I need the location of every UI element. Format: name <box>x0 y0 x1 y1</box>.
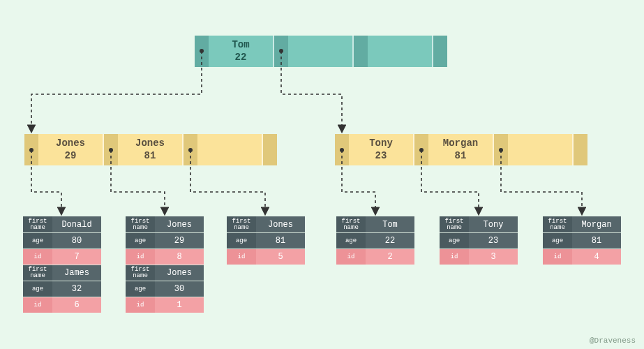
credit-text: @Draveness <box>590 336 636 345</box>
pointer-slot <box>494 134 508 165</box>
btree-internal-node-left: Jones29 Jones81 <box>24 134 277 165</box>
pointer-slot <box>433 36 447 67</box>
leaf-group-1: first nameJones age29 id8 first nameJone… <box>126 216 204 313</box>
label-first-name: first name <box>440 216 469 232</box>
leaf-group-2: first nameJones age81 id5 <box>227 216 305 265</box>
label-age: age <box>227 233 256 248</box>
pointer-slot <box>574 134 587 165</box>
leaf-group-5: first nameMorgan age81 id4 <box>543 216 621 265</box>
label-id: id <box>23 297 52 313</box>
label-first-name: first name <box>23 216 52 232</box>
value-first-name: Tony <box>469 216 518 232</box>
pointer-slot <box>263 134 277 165</box>
pointer-slot <box>354 36 368 67</box>
empty-key <box>368 36 432 67</box>
value-id: 1 <box>155 297 204 313</box>
value-age: 80 <box>52 233 101 248</box>
label-id: id <box>227 249 256 265</box>
key-cell: Tom22 <box>209 36 273 67</box>
key-name: Tony <box>369 138 393 150</box>
leaf-group-3: first nameTom age22 id2 <box>336 216 414 265</box>
label-id: id <box>336 249 366 265</box>
pointer-slot <box>414 134 428 165</box>
pointer-slot <box>335 134 349 165</box>
value-first-name: Donald <box>52 216 101 232</box>
value-id: 4 <box>572 249 621 265</box>
label-id: id <box>126 297 155 313</box>
value-id: 6 <box>52 297 101 313</box>
label-id: id <box>440 249 469 265</box>
value-first-name: Morgan <box>572 216 621 232</box>
value-id: 5 <box>256 249 305 265</box>
label-id: id <box>23 249 52 265</box>
value-age: 22 <box>366 233 414 248</box>
value-first-name: Jones <box>155 216 204 232</box>
label-first-name: first name <box>336 216 366 232</box>
key-cell: Tony23 <box>349 134 413 165</box>
value-age: 23 <box>469 233 518 248</box>
key-name: Tom <box>232 39 249 52</box>
key-name: Morgan <box>443 138 478 150</box>
btree-root-node: Tom22 <box>195 36 447 67</box>
leaf-group-4: first nameTony age23 id3 <box>440 216 518 265</box>
label-age: age <box>23 281 52 297</box>
key-value: 22 <box>235 52 247 64</box>
label-first-name: first name <box>126 265 155 281</box>
key-value: 81 <box>455 150 467 163</box>
value-age: 32 <box>52 281 101 297</box>
key-cell: Jones29 <box>38 134 103 165</box>
label-age: age <box>543 233 572 248</box>
label-age: age <box>336 233 366 248</box>
value-first-name: Tom <box>366 216 414 232</box>
label-id: id <box>126 249 155 265</box>
value-age: 81 <box>256 233 305 248</box>
value-first-name: Jones <box>256 216 305 232</box>
label-first-name: first name <box>543 216 572 232</box>
label-age: age <box>126 233 155 248</box>
label-age: age <box>126 281 155 297</box>
value-first-name: Jones <box>155 265 204 281</box>
pointer-slot <box>274 36 288 67</box>
label-first-name: first name <box>227 216 256 232</box>
label-age: age <box>23 233 52 248</box>
value-age: 29 <box>155 233 204 248</box>
empty-key <box>197 134 262 165</box>
value-id: 8 <box>155 249 204 265</box>
label-age: age <box>440 233 469 248</box>
value-age: 30 <box>155 281 204 297</box>
value-age: 81 <box>572 233 621 248</box>
pointer-slot <box>184 134 197 165</box>
leaf-group-0: first nameDonald age80 id7 first nameJam… <box>23 216 101 313</box>
value-id: 7 <box>52 249 101 265</box>
key-cell: Morgan81 <box>428 134 493 165</box>
key-value: 81 <box>144 150 156 163</box>
pointer-slot <box>195 36 209 67</box>
key-value: 29 <box>65 150 77 163</box>
pointer-slot <box>24 134 38 165</box>
key-value: 23 <box>375 150 387 163</box>
label-first-name: first name <box>126 216 155 232</box>
empty-key <box>508 134 572 165</box>
value-id: 2 <box>366 249 414 265</box>
empty-key <box>288 36 352 67</box>
value-id: 3 <box>469 249 518 265</box>
btree-internal-node-right: Tony23 Morgan81 <box>335 134 587 165</box>
label-first-name: first name <box>23 265 52 281</box>
value-first-name: James <box>52 265 101 281</box>
key-name: Jones <box>135 138 165 150</box>
key-cell: Jones81 <box>118 134 182 165</box>
label-id: id <box>543 249 572 265</box>
key-name: Jones <box>56 138 85 150</box>
pointer-slot <box>104 134 118 165</box>
